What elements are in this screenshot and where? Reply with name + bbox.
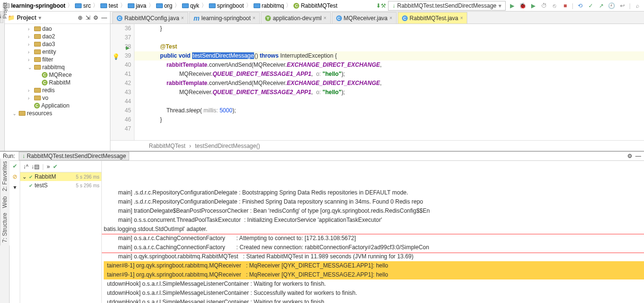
collapse-icon[interactable]: ⇲ [85, 14, 90, 21]
coverage-icon[interactable]: ▶ [530, 2, 537, 10]
close-icon[interactable]: × [389, 15, 392, 21]
editor-tab[interactable]: CRabbitMQConfig.java× [112, 12, 188, 24]
test-item[interactable]: ⌄✔RabbitM5 s 296 ms [20, 172, 101, 181]
sort-icon[interactable]: ↓ᴬ [23, 163, 28, 170]
tree-item[interactable]: ›redis [5, 86, 110, 94]
tree-item[interactable]: ›dao [5, 25, 110, 33]
test-ok-icon[interactable]: ✔ [12, 163, 17, 170]
breadcrumb-item[interactable]: src [75, 2, 91, 9]
favorites-toolwindow[interactable]: 2: Favorites [1, 161, 9, 192]
breadcrumb-bar: learning-springboot〉src〉test〉java〉org〉qy… [0, 0, 644, 12]
tree-item[interactable]: ›vo [5, 94, 110, 102]
editor-tab[interactable]: Yapplication-dev.yml× [261, 12, 331, 24]
editor-tab[interactable]: CMQReceiver.java× [332, 12, 397, 24]
breadcrumb-item[interactable]: springboot [209, 2, 244, 9]
tree-item[interactable]: ›dao3 [5, 40, 110, 48]
vcs-update-icon[interactable]: ⟲ [576, 2, 584, 10]
tree-item[interactable]: CMQRece [5, 71, 110, 79]
breadcrumb-item[interactable]: test [100, 2, 118, 9]
test-tree[interactable]: ↓ᴬ ↓▤ | » ✔ Tests passed: 1 of 1 test – … [20, 161, 102, 303]
project-panel: 📁 Project ▾ ⊕ ⇲ ⚙ — ›dao›dao2›dao3›entit… [5, 12, 110, 151]
filter-icon[interactable]: ↓▤ [31, 163, 39, 170]
tree-item[interactable]: ›filter [5, 56, 110, 63]
code-editor[interactable]: } @Test public void testSendDirectMessag… [134, 24, 644, 140]
test-item[interactable]: ✔testS5 s 296 ms [20, 181, 101, 190]
run-icon[interactable]: ▶ [509, 2, 516, 10]
project-toolwindow-tab[interactable]: 1: Project [0, 12, 3, 23]
gutter[interactable]: 363738▶💡394041424344454647 [110, 24, 134, 140]
vcs-push-icon[interactable]: ↗ [597, 2, 605, 10]
build-icon[interactable]: ⬇⚒ [377, 2, 385, 10]
vcs-history-icon[interactable]: 🕘 [608, 2, 616, 10]
run-panel: Run: ↓ RabbitMQTest.testSendDirectMessag… [0, 151, 644, 303]
tree-item[interactable]: CRabbitM [5, 79, 110, 86]
expand-all-icon[interactable]: » [47, 163, 50, 170]
tree-item[interactable]: CApplication [5, 102, 110, 109]
run-tab-name[interactable]: ↓ RabbitMQTest.testSendDirectMessage [19, 152, 129, 160]
close-icon[interactable]: × [181, 15, 184, 21]
run-settings-icon[interactable]: ⚙ [627, 153, 632, 159]
vcs-commit-icon[interactable]: ✓ [587, 2, 595, 10]
project-title: 📁 [8, 14, 15, 21]
breadcrumb-item[interactable]: org [156, 2, 172, 9]
attach-icon[interactable]: ⎋ [551, 2, 559, 10]
settings-icon[interactable]: ⚙ [93, 14, 98, 21]
project-title-text: Project [17, 14, 36, 21]
hide-icon[interactable]: — [101, 14, 107, 21]
editor-tab[interactable]: mlearning-springboot× [189, 12, 260, 24]
tree-item[interactable]: ›entity [5, 48, 110, 56]
web-toolwindow[interactable]: Web [1, 196, 9, 208]
tree-item[interactable]: ⌄resources [5, 109, 110, 117]
debug-icon[interactable]: 🐞 [519, 2, 527, 10]
console-output[interactable]: main] .s.d.r.c.RepositoryConfigurationDe… [102, 161, 644, 303]
test-fail-icon[interactable]: ⊘ [12, 173, 17, 180]
select-opened-icon[interactable]: ⊕ [78, 14, 83, 21]
code-breadcrumb[interactable]: RabbitMQTest›testSendDirectMessage() [110, 140, 644, 151]
vcs-revert-icon[interactable]: ↩ [619, 2, 626, 10]
expand-icon[interactable]: ▾ [13, 184, 16, 191]
breadcrumb-item[interactable]: java [128, 2, 146, 9]
run-config-select[interactable]: ↓ RabbitMQTest.testSendDirectMessage ▾ [388, 1, 506, 11]
breadcrumb-item[interactable]: CRabbitMQTest [293, 2, 337, 9]
editor-tabs: CRabbitMQConfig.java×mlearning-springboo… [110, 12, 644, 24]
breadcrumb-item[interactable]: qyk [182, 2, 199, 9]
left-toolwindows: 1: Project [0, 12, 5, 151]
editor-tab[interactable]: CRabbitMQTest.java× [398, 12, 467, 24]
breadcrumb-item[interactable]: learning-springboot [3, 2, 65, 9]
search-icon[interactable]: ⌕ [633, 2, 641, 10]
structure-toolwindow[interactable]: 7: Structure [1, 213, 9, 242]
stop-icon[interactable]: ■ [561, 2, 569, 10]
tree-item[interactable]: ⌄rabbitmq [5, 63, 110, 71]
run-hide-icon[interactable]: — [635, 153, 641, 159]
close-icon[interactable]: × [324, 15, 327, 21]
breadcrumb-item[interactable]: rabbitmq [254, 2, 284, 9]
close-icon[interactable]: × [460, 15, 463, 21]
tree-item[interactable]: ›dao2 [5, 33, 110, 40]
project-tree[interactable]: ›dao›dao2›dao3›entity›filter⌄rabbitmqCMQ… [5, 24, 110, 151]
profile-icon[interactable]: ⏱ [540, 2, 548, 10]
close-icon[interactable]: × [253, 15, 255, 21]
